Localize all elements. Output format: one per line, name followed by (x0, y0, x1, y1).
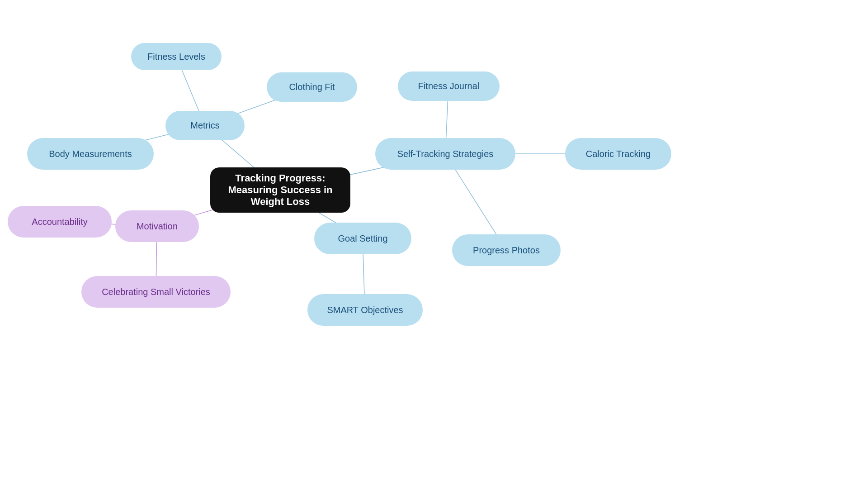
body-measurements-node: Body Measurements (27, 138, 154, 170)
mind-map-container: Tracking Progress: Measuring Success in … (0, 0, 868, 490)
celebrating-node: Celebrating Small Victories (81, 276, 231, 308)
clothing-fit-node: Clothing Fit (267, 72, 357, 102)
motivation-node: Motivation (115, 210, 199, 242)
fitness-journal-label: Fitness Journal (418, 81, 480, 91)
celebrating-label: Celebrating Small Victories (102, 287, 210, 297)
caloric-tracking-node: Caloric Tracking (565, 138, 671, 170)
fitness-levels-node: Fitness Levels (131, 43, 222, 70)
motivation-label: Motivation (137, 221, 178, 232)
metrics-node: Metrics (165, 111, 245, 140)
goal-setting-node: Goal Setting (314, 223, 411, 254)
progress-photos-node: Progress Photos (452, 234, 561, 266)
self-tracking-node: Self-Tracking Strategies (375, 138, 515, 170)
accountability-label: Accountability (32, 217, 87, 227)
clothing-fit-label: Clothing Fit (289, 82, 335, 92)
self-tracking-label: Self-Tracking Strategies (397, 149, 494, 159)
center-node-label: Tracking Progress: Measuring Success in … (219, 172, 341, 208)
smart-objectives-node: SMART Objectives (307, 294, 423, 326)
fitness-journal-node: Fitness Journal (398, 71, 500, 101)
smart-objectives-label: SMART Objectives (327, 305, 403, 315)
center-node: Tracking Progress: Measuring Success in … (210, 167, 350, 213)
progress-photos-label: Progress Photos (473, 245, 540, 256)
body-measurements-label: Body Measurements (49, 149, 132, 159)
fitness-levels-label: Fitness Levels (147, 52, 205, 62)
metrics-label: Metrics (190, 120, 219, 131)
accountability-node: Accountability (8, 206, 112, 238)
caloric-tracking-label: Caloric Tracking (586, 149, 651, 159)
goal-setting-label: Goal Setting (338, 233, 387, 244)
